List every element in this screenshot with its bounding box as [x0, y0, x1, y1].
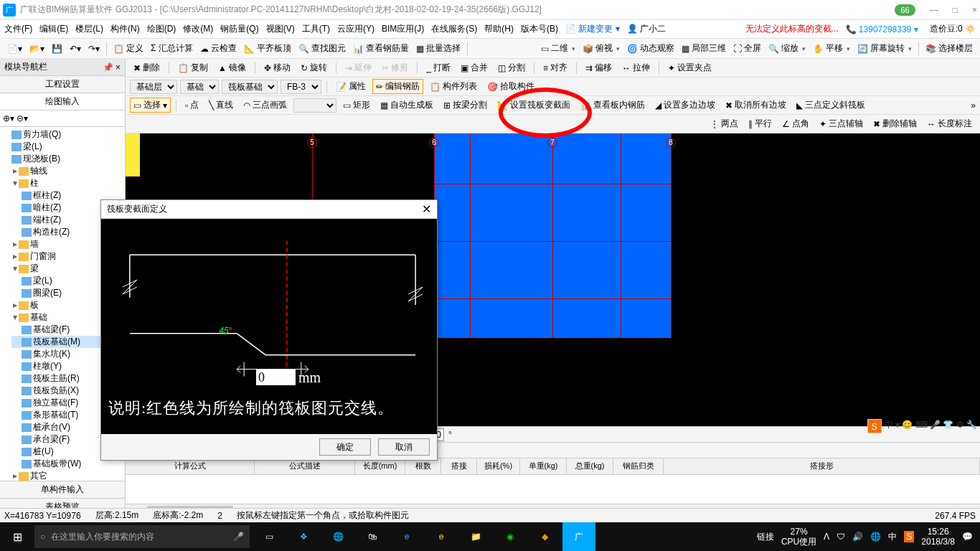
- tree-zhuangcheng[interactable]: 桩承台(V): [33, 422, 70, 432]
- start-button[interactable]: ⊞: [0, 530, 34, 544]
- tree-jianli[interactable]: 剪力墙(Q): [23, 129, 61, 139]
- tab-single-input[interactable]: 单构件输入: [0, 481, 125, 498]
- task-explorer[interactable]: 📁: [459, 522, 492, 551]
- menu-component[interactable]: 构件(N): [110, 23, 140, 35]
- btn-save[interactable]: 💾: [49, 42, 65, 55]
- btn-cloudcheck[interactable]: ☁ 云检查: [197, 41, 240, 56]
- btn-arc[interactable]: ◠ 三点画弧: [240, 98, 291, 113]
- user-name[interactable]: 广小二: [640, 24, 666, 34]
- menu-online[interactable]: 在线服务(S): [431, 23, 477, 35]
- btn-3pt-axis[interactable]: ✦ 三点辅轴: [816, 116, 867, 131]
- collapse-icon[interactable]: ⊖▾: [17, 113, 28, 123]
- btn-topview[interactable]: 📦 俯视: [580, 41, 623, 56]
- btn-zoom[interactable]: 🔍 缩放: [765, 41, 809, 56]
- btn-merge[interactable]: ▣ 合并: [457, 60, 491, 75]
- dialog-value-input[interactable]: [256, 369, 296, 385]
- btn-redo[interactable]: ↷▾: [85, 42, 103, 55]
- tray-sogou-icon[interactable]: S: [904, 531, 914, 542]
- btn-attr[interactable]: 📝 属性: [332, 79, 369, 94]
- btn-rotate[interactable]: ↻ 旋转: [297, 60, 331, 75]
- maximize-button[interactable]: □: [953, 5, 958, 15]
- menu-tools[interactable]: 工具(T): [302, 23, 330, 35]
- tree-zhudun[interactable]: 柱墩(Y): [33, 361, 62, 371]
- dialog-cancel[interactable]: 取消: [378, 438, 430, 456]
- btn-align[interactable]: ≡ 对齐: [540, 60, 571, 75]
- btn-define[interactable]: 📋 定义: [110, 41, 146, 56]
- tray-up-icon[interactable]: ᐱ: [824, 532, 829, 542]
- dialog-ok[interactable]: 确定: [319, 438, 371, 456]
- combo-empty[interactable]: [293, 98, 336, 113]
- btn-batch-select[interactable]: ▦ 批量选择: [413, 41, 463, 56]
- btn-point[interactable]: ▫ 点: [182, 98, 202, 113]
- task-app1[interactable]: ❖: [287, 522, 320, 551]
- btn-line[interactable]: ╲ 直线: [205, 98, 237, 113]
- task-view[interactable]: ▭: [253, 522, 286, 551]
- btn-undo[interactable]: ↶▾: [67, 42, 84, 55]
- tree-duanzhu[interactable]: 端柱(Z): [33, 215, 61, 225]
- tree-dulijichu[interactable]: 独立基础(F): [33, 397, 78, 408]
- btn-component-list[interactable]: 📋 构件列表: [426, 79, 481, 94]
- mic-icon[interactable]: 🎤: [233, 532, 244, 542]
- btn-2d[interactable]: ▭ 二维: [538, 41, 578, 56]
- menu-help[interactable]: 帮助(H): [484, 23, 514, 35]
- btn-local3d[interactable]: ▦ 局部三维: [679, 41, 729, 56]
- close-button[interactable]: ×: [972, 5, 977, 15]
- tray-vol-icon[interactable]: 🔊: [852, 532, 863, 542]
- tray-clock[interactable]: 15:26 2018/3/8: [921, 527, 955, 547]
- tree-jichuliang[interactable]: 基础梁(F): [33, 324, 70, 334]
- menu-cloud[interactable]: 云应用(Y): [337, 23, 374, 35]
- table-body[interactable]: [126, 475, 980, 504]
- sogou-icon[interactable]: S: [867, 419, 882, 433]
- tree-liangL[interactable]: 梁(L): [33, 276, 52, 286]
- menu-rebar[interactable]: 钢筋量(Q): [220, 23, 258, 35]
- tree-menchuang[interactable]: 门窗洞: [30, 251, 56, 261]
- btn-autogen[interactable]: ▦ 自动生成板: [377, 98, 437, 113]
- btn-offset[interactable]: ⇉ 偏移: [582, 60, 616, 75]
- tree-ban[interactable]: 板: [30, 300, 39, 310]
- tree-qiang[interactable]: 墙: [30, 239, 39, 249]
- btn-parallel[interactable]: ∥ 平行: [745, 116, 776, 131]
- btn-flat-top[interactable]: 📐 平齐板顶: [241, 41, 294, 56]
- tree-fabanfuji[interactable]: 筏板负筋(X): [33, 385, 79, 395]
- tray-safe-icon[interactable]: 🛡: [837, 532, 845, 542]
- minimize-button[interactable]: —: [930, 5, 938, 15]
- btn-break[interactable]: ⎯ 打断: [423, 60, 454, 75]
- btn-screen-rotate[interactable]: 🔄 屏幕旋转: [854, 41, 915, 56]
- menu-file[interactable]: 文件(F): [4, 23, 32, 35]
- btn-stretch[interactable]: ↔ 拉伸: [618, 60, 654, 75]
- tree-jichu[interactable]: 基础: [30, 312, 47, 322]
- tree-jichubandai[interactable]: 基础板带(W): [33, 458, 81, 468]
- dialog-close[interactable]: ✕: [422, 202, 431, 216]
- tab-draw-input[interactable]: 绘图输入: [0, 93, 125, 110]
- menu-modify[interactable]: 修改(M): [183, 23, 213, 35]
- btn-select-floor[interactable]: 📚 选择楼层: [923, 41, 976, 56]
- btn-set-slope[interactable]: ◢ 设置多边边坡: [651, 98, 719, 113]
- btn-move[interactable]: ✥ 移动: [260, 60, 294, 75]
- btn-copy[interactable]: 📋 复制: [174, 60, 212, 75]
- menu-version[interactable]: 版本号(B): [521, 23, 558, 35]
- tree-quanliang[interactable]: 圈梁(E): [33, 288, 62, 298]
- btn-mirror[interactable]: ▲ 镜像: [215, 60, 250, 75]
- tray-ime[interactable]: 中: [888, 531, 897, 543]
- tree-fabanzhuji[interactable]: 筏板主筋(R): [33, 373, 80, 383]
- tray-net-icon[interactable]: 🌐: [870, 532, 881, 542]
- tree-kuangzhu[interactable]: 框柱(Z): [33, 190, 61, 200]
- task-app2[interactable]: ◆: [528, 522, 561, 551]
- tree-gouzao[interactable]: 构造柱(Z): [33, 227, 70, 237]
- menu-view[interactable]: 视图(V): [266, 23, 295, 35]
- tree-liang1[interactable]: 梁(L): [23, 141, 42, 151]
- btn-new-change[interactable]: 新建变更: [578, 24, 613, 34]
- btn-set-section[interactable]: 📐 设置筏板变截面: [494, 98, 574, 113]
- btn-cancel-slope[interactable]: ✖ 取消所有边坡: [722, 98, 790, 113]
- combo-subtype[interactable]: 筏板基础: [222, 80, 278, 94]
- btn-fullscreen[interactable]: ⛶ 全屏: [730, 41, 764, 56]
- more-icon[interactable]: »: [971, 100, 976, 110]
- tab-project-settings[interactable]: 工程设置: [0, 76, 125, 93]
- task-edge[interactable]: 🌐: [321, 522, 354, 551]
- tree-qita[interactable]: 其它: [30, 471, 47, 481]
- combo-code[interactable]: FB-3: [281, 80, 321, 94]
- btn-new[interactable]: 📄▾: [4, 42, 25, 55]
- tree-chengtailiang[interactable]: 承台梁(F): [33, 434, 70, 444]
- btn-pick[interactable]: 🎯 拾取构件: [484, 79, 538, 94]
- menu-draw[interactable]: 绘图(D): [147, 23, 176, 35]
